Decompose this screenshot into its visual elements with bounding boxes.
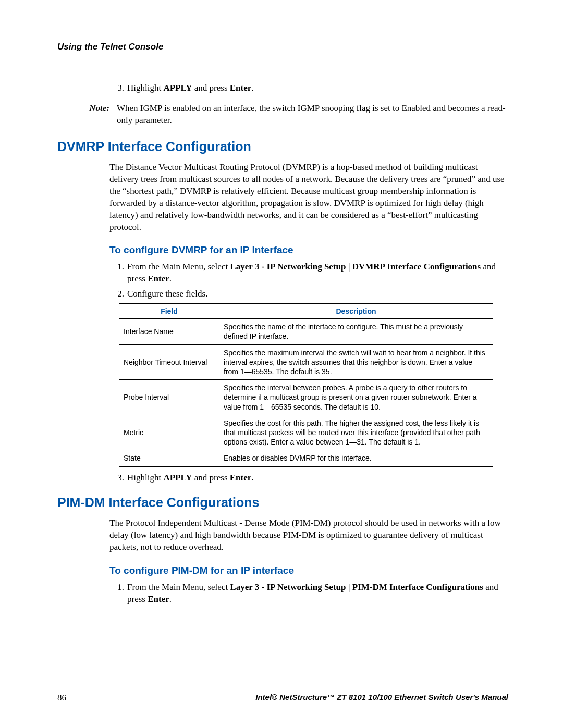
note-label: Note: [57, 103, 117, 127]
step-text: From the Main Menu, select Layer 3 - IP … [127, 582, 508, 606]
running-header: Using the Telnet Console [57, 42, 508, 52]
t: and press [192, 83, 230, 93]
pim-step-1: 1. From the Main Menu, select Layer 3 - … [109, 582, 508, 606]
t: Highlight [127, 473, 163, 483]
t: . [251, 473, 253, 483]
cell-field: Neighbor Timeout Interval [119, 344, 219, 380]
cell-field: Metric [119, 415, 219, 450]
apply-label: APPLY [163, 473, 192, 483]
subheading-pim-config: To configure PIM-DM for an IP interface [109, 565, 508, 576]
t: Highlight [127, 83, 163, 93]
heading-dvmrp: DVMRP Interface Configuration [57, 139, 508, 154]
col-description: Description [219, 304, 493, 319]
dvmrp-body: The Distance Vector Multicast Routing Pr… [109, 162, 508, 484]
cell-desc: Specifies the maximum interval the switc… [219, 344, 493, 380]
step-text: Configure these fields. [127, 288, 508, 300]
t: From the Main Menu, select [127, 582, 230, 592]
dvmrp-step-3: 3. Highlight APPLY and press Enter. [109, 472, 508, 484]
table-header-row: Field Description [119, 304, 493, 319]
cell-field: State [119, 450, 219, 466]
cell-field: Probe Interval [119, 380, 219, 415]
pim-body: The Protocol Independent Multicast - Den… [109, 517, 508, 606]
step-text: From the Main Menu, select Layer 3 - IP … [127, 261, 508, 285]
table-row: State Enables or disables DVMRP for this… [119, 450, 493, 466]
note-block: Note: When IGMP is enabled on an interfa… [57, 103, 508, 127]
menu-path: Layer 3 - IP Networking Setup | DVMRP In… [230, 262, 481, 272]
step-number: 1. [109, 582, 127, 606]
footer-title: Intel® NetStructure™ ZT 8101 10/100 Ethe… [255, 693, 508, 703]
t: . [169, 594, 172, 604]
step-number: 3. [109, 82, 127, 94]
t: and press [192, 473, 230, 483]
step-number: 2. [109, 288, 127, 300]
step-number: 3. [109, 472, 127, 484]
table-row: Neighbor Timeout Interval Specifies the … [119, 344, 493, 380]
menu-path: Layer 3 - IP Networking Setup | PIM-DM I… [230, 582, 483, 592]
enter-label: Enter [230, 473, 252, 483]
cell-field: Interface Name [119, 319, 219, 344]
cell-desc: Specifies the cost for this path. The hi… [219, 415, 493, 450]
subheading-dvmrp-config: To configure DVMRP for an IP interface [109, 244, 508, 256]
dvmrp-fields-table: Field Description Interface Name Specifi… [119, 303, 493, 466]
table-row: Interface Name Specifies the name of the… [119, 319, 493, 344]
dvmrp-step-1: 1. From the Main Menu, select Layer 3 - … [109, 261, 508, 285]
heading-pimdm: PIM-DM Interface Configurations [57, 495, 508, 510]
page-footer: 86 Intel® NetStructure™ ZT 8101 10/100 E… [57, 693, 508, 703]
note-text: When IGMP is enabled on an interface, th… [117, 103, 508, 127]
col-field: Field [119, 304, 219, 319]
t: . [169, 274, 172, 283]
apply-label: APPLY [163, 83, 192, 93]
step-3-apply: 3. Highlight APPLY and press Enter. [109, 82, 508, 94]
table-row: Probe Interval Specifies the interval be… [119, 380, 493, 415]
t: From the Main Menu, select [127, 262, 230, 272]
cell-desc: Specifies the name of the interface to c… [219, 319, 493, 344]
dvmrp-step-2: 2. Configure these fields. [109, 288, 508, 300]
enter-label: Enter [148, 274, 169, 283]
enter-label: Enter [230, 83, 252, 93]
enter-label: Enter [148, 594, 169, 604]
step-text: Highlight APPLY and press Enter. [127, 472, 508, 484]
dvmrp-paragraph: The Distance Vector Multicast Routing Pr… [109, 162, 508, 233]
page-number: 86 [57, 693, 66, 703]
prior-steps: 3. Highlight APPLY and press Enter. [109, 82, 508, 94]
step-number: 1. [109, 261, 127, 285]
cell-desc: Specifies the interval between probes. A… [219, 380, 493, 415]
t: . [251, 83, 253, 93]
cell-desc: Enables or disables DVMRP for this inter… [219, 450, 493, 466]
pim-paragraph: The Protocol Independent Multicast - Den… [109, 517, 508, 553]
step-text: Highlight APPLY and press Enter. [127, 82, 508, 94]
page: Using the Telnet Console 3. Highlight AP… [0, 0, 563, 728]
table-row: Metric Specifies the cost for this path.… [119, 415, 493, 450]
